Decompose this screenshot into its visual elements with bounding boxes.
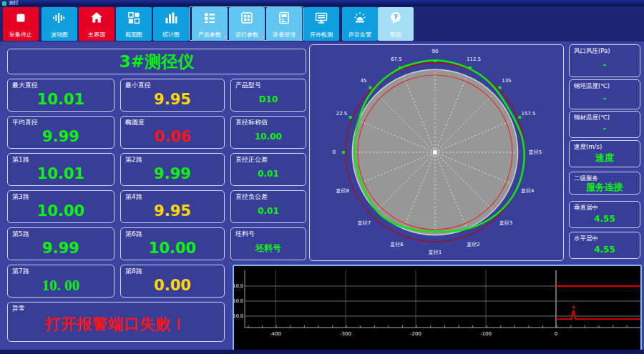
toolbar-button-label: 统计图 — [153, 31, 189, 39]
svg-text:×: × — [572, 305, 576, 310]
dropdown-arrow-icon[interactable]: ▾ — [223, 35, 226, 40]
toolbar-button-label: 声音告警 — [342, 31, 378, 39]
stop-icon — [14, 11, 28, 25]
field-value: D10 — [231, 88, 306, 111]
field-value: 9.95 — [121, 200, 224, 222]
metric-box: 第7路10. 00 — [7, 265, 114, 298]
metric-box: 第2路9.99 — [120, 153, 225, 186]
cross-section-panel: 022.54567.590112.5135157.5直径5直径4直径3直径2直径… — [309, 44, 564, 261]
dropdown-arrow-icon[interactable]: ▾ — [298, 35, 301, 40]
toolbar-button-label: 产品参数 — [192, 31, 228, 39]
toolbar-button-stats-chart[interactable]: 统计图 — [153, 7, 189, 41]
sidebar-field-box: 风口风压(Pa)- — [569, 44, 640, 77]
field-value: 服务连接 — [570, 181, 640, 194]
svg-text:10.0: 10.0 — [234, 298, 243, 304]
svg-text:直径8: 直径8 — [336, 188, 348, 194]
svg-text:直径5: 直径5 — [529, 149, 542, 155]
app-icon — [2, 1, 6, 6]
waveform-icon — [52, 11, 67, 25]
titlebar: 测径 — [0, 0, 644, 6]
toolbar-button-label: 开外检测 — [303, 31, 339, 39]
toolbar-button-device-manage[interactable]: 设备管理▾ — [266, 7, 302, 41]
field-value: 坯料号 — [231, 237, 306, 260]
field-value: 0.00 — [121, 274, 224, 297]
field-value: 9.99 — [8, 237, 114, 260]
field-value: 9.99 — [121, 162, 224, 185]
field-value: 9.99 — [8, 125, 114, 148]
svg-text:-100: -100 — [480, 331, 492, 337]
svg-text:直径6: 直径6 — [390, 242, 404, 247]
product-params-icon — [203, 11, 217, 25]
svg-text:157.5: 157.5 — [521, 111, 535, 117]
toolbar-button-product-params[interactable]: 产品参数▾ — [192, 7, 228, 41]
home-icon — [89, 11, 104, 25]
monitor-icon — [314, 11, 328, 25]
metric-box: 平均直径9.99 — [7, 116, 114, 149]
field-value: 速度 — [570, 149, 640, 167]
toolbar-button-help[interactable]: ?帮助 — [378, 7, 414, 41]
svg-text:0: 0 — [555, 331, 557, 337]
sidebar-field-box: 钢坯温度(℃)- — [569, 79, 640, 109]
toolbar-button-label: 截面图 — [116, 31, 152, 39]
field-value: - — [570, 89, 640, 109]
svg-text:直径2: 直径2 — [467, 242, 479, 247]
trend-chart: 10.010.010.0-400-300-200-1000× — [234, 266, 640, 350]
toolbar-button-label: 运行参数 — [229, 31, 265, 39]
field-value: 4.55 — [570, 241, 640, 258]
sidebar-field-box: 垂直居中4.55 — [569, 201, 640, 228]
toolbar-button-section-chart[interactable]: 截面图 — [116, 7, 152, 41]
field-value: - — [570, 54, 640, 77]
svg-text:直径1: 直径1 — [429, 250, 441, 255]
sidebar-field-box: 速度(m/s)速度 — [569, 140, 640, 167]
metric-box: 直径负公差0.01 — [230, 190, 306, 223]
siren-icon — [353, 11, 367, 25]
dropdown-arrow-icon[interactable]: ▾ — [260, 35, 263, 40]
field-value: 10.01 — [8, 162, 114, 185]
metric-box: 坯料号坯料号 — [230, 227, 306, 260]
field-value: 4.55 — [570, 210, 640, 227]
metric-box: 第4路9.95 — [120, 190, 225, 223]
window-bottom-strip — [0, 350, 644, 354]
field-value: 10.00 — [121, 237, 224, 260]
toolbar-button-run-params[interactable]: 运行参数▾ — [229, 7, 265, 41]
svg-text:直径3: 直径3 — [499, 220, 512, 226]
exception-label: 异常 — [12, 305, 25, 312]
toolbar: 采集停止波动图主界面截面图统计图产品参数▾运行参数▾设备管理▾开外检测声音告警?… — [0, 6, 644, 41]
svg-text:-300: -300 — [340, 331, 351, 337]
exception-box: 异常 打开报警端口失败！ — [7, 302, 225, 342]
metric-box: 第1路10.01 — [7, 153, 114, 186]
run-params-icon — [240, 11, 254, 25]
svg-text:?: ? — [394, 13, 398, 21]
cross-section-chart: 022.54567.590112.5135157.5直径5直径4直径3直径2直径… — [310, 45, 563, 260]
field-value: 10.00 — [8, 200, 114, 222]
station-title-box: 3#测径仪 — [7, 49, 306, 74]
svg-text:-200: -200 — [410, 331, 421, 337]
toolbar-button-main-screen[interactable]: 主界面 — [79, 7, 114, 41]
toolbar-button-label: 设备管理 — [266, 31, 302, 39]
metric-box: 直径正公差0.01 — [230, 153, 306, 186]
svg-text:135: 135 — [502, 78, 511, 84]
metric-box: 最小直径9.95 — [120, 79, 225, 112]
metric-box: 椭圆度0.06 — [120, 116, 225, 149]
field-value: 0.06 — [121, 125, 224, 148]
metric-box: 第5路9.99 — [7, 227, 114, 260]
svg-text:112.5: 112.5 — [467, 56, 481, 62]
metric-box: 直径标称值10.00 — [230, 116, 306, 149]
trend-chart-panel: 10.010.010.0-400-300-200-1000× — [233, 265, 642, 351]
field-value: - — [570, 120, 640, 137]
field-value: 10. 00 — [8, 274, 114, 297]
toolbar-button-wave-chart[interactable]: 波动图 — [42, 7, 77, 41]
svg-text:10.0: 10.0 — [234, 313, 243, 319]
help-icon: ? — [389, 11, 403, 25]
toolbar-button-label: 波动图 — [42, 31, 77, 39]
field-value: 0.01 — [231, 162, 306, 185]
device-manage-icon — [277, 11, 291, 25]
toolbar-button-external-detect[interactable]: 开外检测 — [303, 7, 339, 41]
sections-icon — [127, 11, 141, 25]
toolbar-button-sound-alarm[interactable]: 声音告警 — [342, 7, 378, 41]
sidebar-field-box: 水平居中4.55 — [569, 232, 640, 259]
toolbar-button-stop-capture[interactable]: 采集停止 — [3, 7, 39, 41]
svg-text:10.0: 10.0 — [234, 283, 243, 289]
svg-text:0: 0 — [333, 149, 336, 155]
window-title: 测径 — [9, 1, 19, 6]
